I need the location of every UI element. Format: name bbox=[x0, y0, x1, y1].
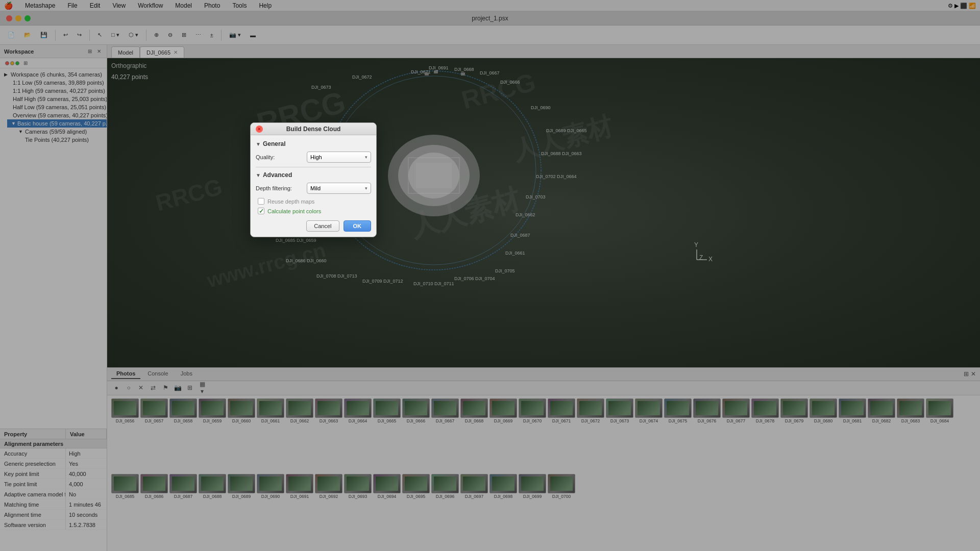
depth-filtering-select[interactable]: Mild ▾ bbox=[307, 183, 371, 194]
section-divider bbox=[256, 167, 371, 167]
depth-filtering-value: Mild bbox=[310, 185, 321, 191]
general-arrow: ▼ bbox=[256, 141, 261, 147]
calculate-point-colors-checkbox[interactable]: ✓ bbox=[258, 208, 264, 214]
calculate-point-colors-label: Calculate point colors bbox=[267, 208, 321, 214]
advanced-title: Advanced bbox=[263, 171, 292, 179]
ok-button[interactable]: OK bbox=[344, 220, 372, 232]
general-section-header[interactable]: ▼ General bbox=[256, 140, 371, 147]
quality-row: Quality: High ▾ bbox=[256, 152, 371, 163]
dialog-body: ▼ General Quality: High ▾ ▼ Advanced Dep… bbox=[251, 135, 376, 237]
quality-select[interactable]: High ▾ bbox=[307, 152, 371, 163]
quality-arrow: ▾ bbox=[365, 155, 368, 160]
dialog-close-button[interactable]: ✕ bbox=[256, 126, 263, 133]
reuse-depth-maps-row[interactable]: Reuse depth maps bbox=[256, 198, 371, 205]
dialog-title: Build Dense Cloud bbox=[286, 126, 341, 133]
advanced-section-header[interactable]: ▼ Advanced bbox=[256, 171, 371, 179]
reuse-depth-maps-checkbox[interactable] bbox=[258, 198, 264, 205]
depth-filtering-label: Depth filtering: bbox=[256, 185, 307, 191]
checkmark-icon: ✓ bbox=[259, 208, 264, 215]
cancel-button[interactable]: Cancel bbox=[306, 220, 339, 232]
build-dense-cloud-dialog: ✕ Build Dense Cloud ▼ General Quality: H… bbox=[250, 122, 377, 237]
dialog-overlay: ✕ Build Dense Cloud ▼ General Quality: H… bbox=[0, 0, 980, 551]
dialog-titlebar: ✕ Build Dense Cloud bbox=[251, 123, 376, 135]
depth-filtering-row: Depth filtering: Mild ▾ bbox=[256, 183, 371, 194]
dialog-buttons: Cancel OK bbox=[256, 220, 371, 232]
advanced-arrow: ▼ bbox=[256, 172, 261, 178]
quality-label: Quality: bbox=[256, 154, 307, 160]
quality-value: High bbox=[310, 154, 322, 160]
depth-filtering-arrow: ▾ bbox=[365, 186, 368, 191]
calculate-point-colors-row[interactable]: ✓ Calculate point colors bbox=[256, 208, 371, 214]
general-title: General bbox=[263, 140, 286, 147]
reuse-depth-maps-label: Reuse depth maps bbox=[267, 198, 314, 205]
